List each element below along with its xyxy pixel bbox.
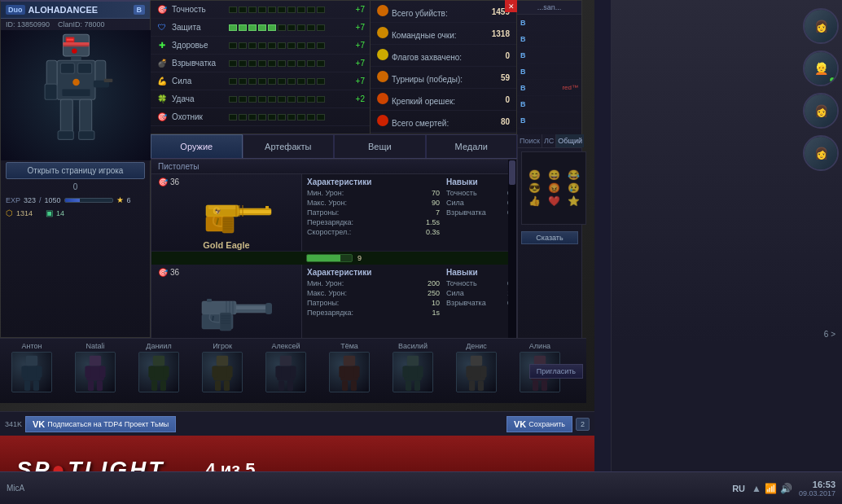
svg-rect-107 [542, 380, 547, 391]
deaths-icon [377, 115, 388, 126]
stat-hunter-label: Охотник [172, 112, 229, 121]
svg-rect-101 [478, 380, 484, 391]
item-chars-gold-eagle: Характеристики Мин. Урон: 70 Макс. Урон:… [307, 177, 440, 248]
chars-title: Характеристики [307, 177, 440, 186]
social-top: 👩 👱 👩 👩 6 > [612, 0, 842, 342]
emoji-1[interactable]: 😊 [525, 169, 543, 181]
tough-nut-icon [377, 93, 388, 104]
svg-rect-62 [85, 366, 90, 377]
item-image-gun2: 🎯 36 [151, 265, 302, 342]
exp-fill [65, 199, 80, 202]
social-avatar-2[interactable]: 👱 [803, 50, 839, 86]
tab-items[interactable]: Вещи [334, 134, 426, 158]
say-button[interactable]: Сказать [521, 231, 578, 244]
player-avatar-3 [143, 354, 175, 391]
explosive-bar [229, 60, 345, 67]
ammo-bar [306, 254, 353, 262]
skill-accuracy-2: Точность 0 [446, 279, 511, 287]
online-player-1: Антон [3, 342, 60, 392]
gem-icon: ▣ [46, 208, 53, 217]
svg-rect-10 [46, 60, 57, 86]
emoji-2[interactable]: 😄 [545, 169, 563, 181]
social-avatar-1[interactable]: 👩 [803, 8, 839, 44]
emoji-9[interactable]: ⭐ [564, 195, 582, 207]
emoji-3[interactable]: 😂 [564, 169, 582, 181]
svg-rect-86 [339, 366, 344, 377]
hunter-bar [229, 114, 345, 121]
player-avatar-2 [79, 354, 112, 391]
svg-rect-22 [235, 210, 271, 213]
svg-rect-2 [67, 39, 74, 41]
char-max-dmg-2: Макс. Урон: 250 [307, 289, 440, 297]
subscriber-count: 341K [5, 420, 22, 428]
svg-rect-94 [406, 380, 411, 391]
exp-max: 1050 [45, 196, 61, 204]
tournaments-icon [377, 71, 388, 82]
chat-tabs: Поиск ЛС Общий [518, 134, 581, 148]
char-max-dmg: Макс. Урон: 90 [307, 199, 440, 207]
online-player-2: Natali [67, 342, 124, 392]
rank-row-7: B [517, 112, 581, 129]
team-value: 1318 [492, 29, 510, 38]
svg-rect-71 [160, 380, 166, 391]
svg-rect-20 [64, 42, 90, 45]
item-level-2: 36 [170, 268, 179, 277]
mic-label: MicA [7, 484, 24, 493]
coin-count: 1314 [16, 209, 33, 217]
svg-rect-66 [153, 355, 164, 366]
svg-rect-80 [275, 366, 281, 377]
emoji-7[interactable]: 👍 [525, 195, 543, 207]
svg-rect-77 [224, 380, 230, 391]
item-stats-gold-eagle: Характеристики Мин. Урон: 70 Макс. Урон:… [302, 174, 516, 251]
chat-tab-general[interactable]: Общий [556, 134, 584, 147]
svg-text:🦅: 🦅 [215, 208, 221, 215]
emoji-8[interactable]: ❤️ [545, 195, 563, 207]
item-chars-gun2: Характеристики Мин. Урон: 200 Макс. Урон… [307, 268, 440, 342]
stat-defense-label: Защита [172, 23, 229, 32]
accuracy-icon: 🎯 [156, 3, 169, 16]
stat-accuracy: 🎯 Точность +7 [151, 1, 370, 19]
svg-rect-54 [26, 355, 37, 366]
svg-rect-81 [290, 366, 296, 377]
tab-weapons[interactable]: Оружие [151, 134, 243, 158]
robot-figure [1, 30, 151, 160]
item-row-gold-eagle: 🎯 36 [151, 174, 516, 252]
chevron-up-icon[interactable]: ▲ [752, 483, 761, 494]
luck-bonus: +2 [349, 94, 365, 103]
invite-button[interactable]: Пригласить [529, 364, 583, 379]
items-scrollbar[interactable] [508, 160, 516, 341]
emoji-5[interactable]: 😡 [545, 182, 563, 194]
stat-luck: 🍀 Удача +2 [151, 90, 370, 108]
svg-rect-41 [265, 303, 272, 314]
close-button[interactable]: ✕ [505, 0, 517, 12]
save-button[interactable]: VK Сохранить [507, 416, 572, 432]
svg-rect-17 [58, 131, 73, 140]
social-avatar-4[interactable]: 👩 [803, 135, 839, 171]
stat-health: ✚ Здоровье +7 [151, 37, 370, 55]
social-avatar-list: 👩 👱 👩 👩 [803, 8, 839, 171]
svg-rect-42 [202, 301, 236, 314]
open-profile-button[interactable]: Открыть страницу игрока [6, 162, 145, 179]
stat-total-kills: Всего убийств: 1459 [371, 1, 516, 23]
tab-medals[interactable]: Медали [426, 134, 518, 158]
leaderboard-header: ...san... [517, 1, 581, 15]
char-ammo: Патроны: 7 [307, 208, 440, 217]
stat-explosive-label: Взрывчатка [172, 59, 229, 68]
scroll-thumb[interactable] [509, 160, 515, 185]
svg-rect-23 [265, 206, 269, 209]
tab-artifacts[interactable]: Артефакты [243, 134, 335, 158]
chat-tab-pm[interactable]: ЛС [542, 134, 556, 147]
vk-subscribe-button[interactable]: VK Подписаться на TDP4 Проект Тьмы [25, 416, 176, 432]
chat-tab-search[interactable]: Поиск [518, 134, 542, 147]
svg-rect-106 [533, 380, 538, 391]
social-avatar-3[interactable]: 👩 [803, 93, 839, 129]
svg-rect-53 [207, 299, 212, 302]
volume-icon[interactable]: 🔊 [780, 483, 792, 494]
stat-luck-label: Удача [172, 94, 229, 103]
emoji-4[interactable]: 😎 [525, 182, 543, 194]
stat-tournaments: Турниры (победы): 59 [371, 67, 516, 89]
online-player-3: Даниил [130, 342, 187, 392]
item-row-gun2: 🎯 36 [151, 265, 516, 342]
health-bonus: +7 [349, 41, 365, 50]
emoji-6[interactable]: 😢 [564, 182, 582, 194]
